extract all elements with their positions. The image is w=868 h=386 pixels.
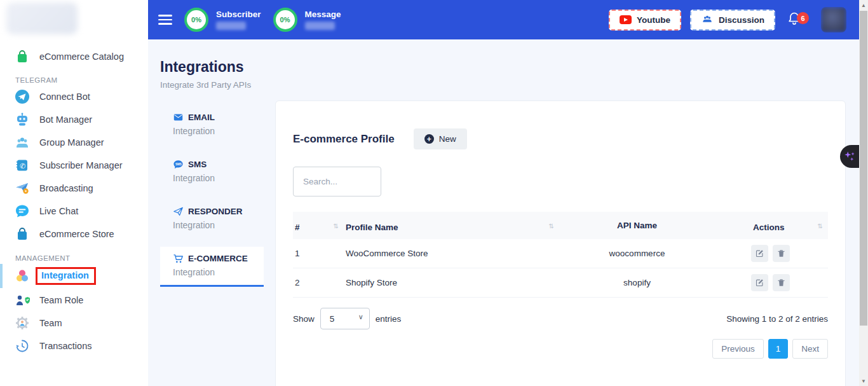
api-name-cell: woocommerce bbox=[559, 249, 715, 258]
pagination-previous-button[interactable]: Previous bbox=[712, 339, 764, 359]
entries-select-wrap: 5 ∨ bbox=[320, 308, 370, 329]
sidebar: eCommerce Catalog TELEGRAM Connect Bot B… bbox=[0, 0, 148, 386]
tab-sms-integration[interactable]: SMS SMS Integration bbox=[160, 153, 264, 191]
sidebar-item-label: Subscriber Manager bbox=[39, 160, 123, 170]
row-number: 1 bbox=[293, 249, 344, 258]
tab-subtitle: Integration bbox=[173, 267, 256, 277]
tab-responder-integration[interactable]: RESPONDER Integration bbox=[160, 200, 264, 238]
header-actions: Youtube Discussion 6 bbox=[609, 7, 846, 32]
responder-plane-icon bbox=[173, 206, 184, 217]
sms-bubble-icon: SMS bbox=[173, 159, 184, 170]
page-title: Integrations bbox=[160, 59, 859, 76]
tab-title: E-COMMERCE bbox=[188, 254, 248, 263]
sidebar-item-transactions[interactable]: Transactions bbox=[0, 334, 148, 357]
contact-phone-icon: ✆ bbox=[15, 158, 30, 173]
tab-email-integration[interactable]: EMAIL Integration bbox=[160, 106, 264, 144]
search-input[interactable] bbox=[293, 167, 381, 196]
scrollbar-down-arrow[interactable]: ▼ bbox=[859, 376, 868, 386]
gear-user-icon bbox=[15, 315, 30, 331]
youtube-button[interactable]: Youtube bbox=[609, 10, 681, 31]
new-profile-button[interactable]: + New bbox=[414, 128, 467, 149]
entries-select[interactable]: 5 bbox=[320, 308, 370, 329]
sidebar-item-label: eCommerce Store bbox=[39, 229, 114, 239]
scrollbar-up-arrow[interactable]: ▲ bbox=[859, 0, 868, 10]
annotation-red-box: Integration bbox=[36, 267, 96, 285]
telegram-plane-icon bbox=[15, 89, 30, 104]
youtube-button-label: Youtube bbox=[637, 15, 670, 25]
sort-icon: ⇅ bbox=[334, 223, 339, 230]
table-row: 2 Shopify Store shopify bbox=[293, 268, 828, 298]
tab-title: RESPONDER bbox=[188, 207, 243, 216]
subscriber-stat-text: Subscriber bbox=[216, 10, 261, 30]
entries-per-page-control: Show 5 ∨ entries bbox=[293, 308, 401, 329]
sort-icon: ⇅ bbox=[549, 223, 554, 230]
sidebar-section-telegram: TELEGRAM bbox=[15, 76, 148, 84]
scrollbar-thumb[interactable] bbox=[860, 11, 867, 326]
delete-button[interactable] bbox=[773, 274, 790, 291]
ecommerce-profile-card: E-commerce Profile + New # ⇅ Profile Nam… bbox=[275, 100, 846, 386]
svg-text:SMS: SMS bbox=[175, 163, 182, 166]
chat-bubble-icon bbox=[15, 203, 30, 219]
table-header-row: # ⇅ Profile Name ⇅ API Name Actions ⇅ bbox=[293, 212, 828, 239]
sidebar-item-label: Bot Manager bbox=[39, 114, 92, 125]
sidebar-item-live-chat[interactable]: Live Chat bbox=[0, 200, 148, 223]
pagination-next-button[interactable]: Next bbox=[792, 339, 828, 359]
discussion-button[interactable]: Discussion bbox=[690, 10, 775, 31]
svg-text:✆: ✆ bbox=[20, 162, 25, 170]
column-header-actions[interactable]: Actions ⇅ bbox=[715, 219, 828, 232]
subscriber-usage-stat: 0% Subscriber bbox=[184, 8, 261, 32]
sidebar-item-label: Connect Bot bbox=[39, 92, 90, 102]
row-actions bbox=[715, 274, 828, 291]
edit-button[interactable] bbox=[751, 274, 768, 291]
discussion-button-label: Discussion bbox=[719, 15, 764, 25]
broadcast-plane-icon bbox=[15, 181, 30, 196]
profile-name-cell: WooCommerce Store bbox=[344, 249, 559, 258]
active-item-indicator bbox=[0, 264, 3, 288]
sidebar-item-label: Team Role bbox=[39, 295, 83, 305]
column-header-api-name[interactable]: API Name bbox=[559, 221, 715, 230]
users-group-icon bbox=[701, 14, 714, 26]
email-envelope-icon bbox=[173, 112, 184, 123]
sidebar-item-subscriber-manager[interactable]: ✆ Subscriber Manager bbox=[0, 154, 148, 177]
notification-bell-icon[interactable]: 6 bbox=[787, 10, 803, 29]
subscriber-count-blurred bbox=[216, 22, 246, 30]
sidebar-item-bot-manager[interactable]: Bot Manager bbox=[0, 108, 148, 131]
plus-circle-icon: + bbox=[424, 134, 434, 144]
new-button-label: New bbox=[439, 134, 456, 144]
clock-history-icon bbox=[15, 338, 30, 354]
profile-name-cell: Shopify Store bbox=[344, 278, 559, 287]
ai-assistant-fab[interactable] bbox=[840, 145, 859, 168]
hamburger-menu-icon[interactable] bbox=[158, 12, 172, 27]
integration-circles-icon bbox=[15, 268, 30, 284]
sidebar-item-broadcasting[interactable]: Broadcasting bbox=[0, 177, 148, 200]
row-number: 2 bbox=[293, 278, 344, 287]
edit-pencil-icon bbox=[755, 249, 764, 258]
shield-user-icon bbox=[15, 293, 30, 308]
pagination-page-1-button[interactable]: 1 bbox=[768, 339, 789, 359]
sidebar-item-group-manager[interactable]: Group Manager bbox=[0, 131, 148, 154]
tab-ecommerce-integration[interactable]: E-COMMERCE Integration bbox=[160, 247, 264, 287]
sidebar-item-team[interactable]: Team bbox=[0, 312, 148, 334]
delete-button[interactable] bbox=[773, 245, 790, 262]
user-avatar[interactable] bbox=[821, 7, 846, 32]
message-usage-stat: 0% Message bbox=[273, 8, 341, 32]
row-actions bbox=[715, 245, 828, 262]
edit-pencil-icon bbox=[755, 278, 764, 287]
sidebar-item-integration[interactable]: Integration bbox=[0, 263, 148, 289]
subscriber-stat-label: Subscriber bbox=[216, 10, 261, 19]
sidebar-item-ecommerce-catalog[interactable]: eCommerce Catalog bbox=[0, 45, 148, 68]
sidebar-item-connect-bot[interactable]: Connect Bot bbox=[0, 85, 148, 108]
column-header-num[interactable]: # ⇅ bbox=[293, 219, 344, 232]
sidebar-item-team-role[interactable]: Team Role bbox=[0, 289, 148, 312]
column-header-profile-name[interactable]: Profile Name ⇅ bbox=[344, 219, 559, 232]
message-stat-text: Message bbox=[305, 10, 341, 30]
sidebar-item-ecommerce-store[interactable]: eCommerce Store bbox=[0, 223, 148, 245]
sidebar-section-management: MANAGEMENT bbox=[15, 254, 148, 262]
profiles-table: # ⇅ Profile Name ⇅ API Name Actions ⇅ bbox=[293, 212, 828, 298]
pagination: Previous 1 Next bbox=[293, 339, 828, 359]
page-subtitle: Integrate 3rd Party APIs bbox=[160, 80, 859, 90]
avatar-blurred-photo bbox=[821, 7, 846, 32]
sparkles-icon bbox=[843, 149, 857, 163]
edit-button[interactable] bbox=[751, 245, 768, 262]
sidebar-item-label: Integration bbox=[41, 270, 89, 280]
